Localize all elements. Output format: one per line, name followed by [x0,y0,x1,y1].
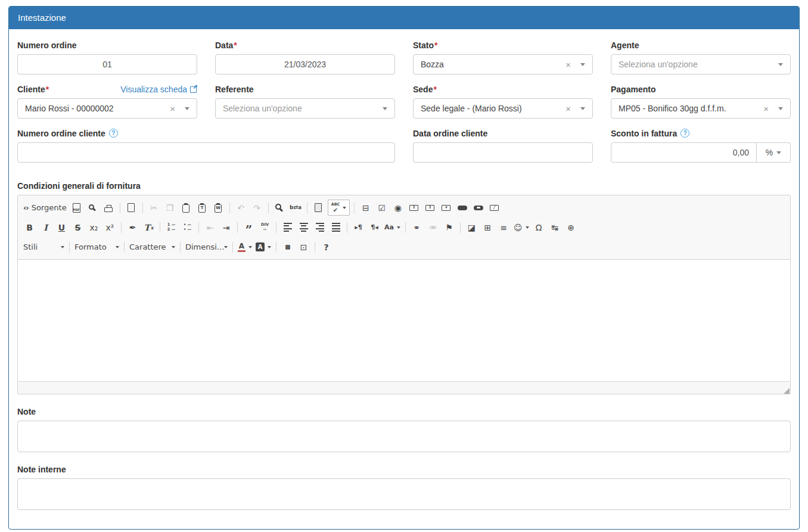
about-icon: ? [324,243,328,251]
note-textarea[interactable] [17,421,791,452]
iframe-button[interactable]: ⊕ [563,219,579,235]
help-icon[interactable]: ? [680,129,689,138]
select-field-button[interactable]: ▾ [438,200,454,216]
form-button[interactable]: ⊟ [358,200,374,216]
resize-handle-icon[interactable] [784,388,790,394]
italic-button[interactable]: I [38,219,54,235]
cut-button[interactable]: ✂ [146,200,162,216]
underline-button[interactable]: U [54,219,70,235]
superscript-button[interactable]: x² [102,219,118,235]
page-break-button[interactable]: ↹ [547,219,563,235]
clear-icon[interactable]: × [565,104,571,113]
field-pagamento: Pagamento MP05 - Bonifico 30gg d.f.f.m. … [611,84,791,119]
clear-icon[interactable]: × [170,104,175,113]
numero-ordine-cliente-input[interactable] [17,142,395,163]
remove-format-button[interactable]: Tx [141,219,157,235]
templates-button[interactable] [123,200,139,216]
textarea-field-button[interactable]: I [422,200,438,216]
image-button-button[interactable] [470,200,486,216]
help-icon[interactable]: ? [109,129,118,138]
bidi-rtl-button[interactable]: ¶◂ [366,219,383,235]
select-all-button[interactable] [310,200,327,216]
visualizza-scheda-link[interactable]: Visualizza scheda [120,85,197,94]
numbered-list-button[interactable]: 1 —2 — [163,219,179,235]
data-input[interactable] [215,54,395,74]
decrease-indent-icon: ⇤ [207,223,214,232]
note-interne-textarea[interactable] [17,478,791,510]
font-button[interactable]: Carattere [128,239,177,255]
align-right-button[interactable] [312,219,328,235]
increase-indent-button[interactable]: ⇥ [218,219,234,235]
undo-button[interactable]: ↶ [233,200,249,216]
field-numero-ordine: Numero ordine [17,40,197,74]
background-color-button[interactable]: A [254,239,273,255]
pagamento-select[interactable]: MP05 - Bonifico 30gg d.f.f.m. × [611,98,791,119]
paste-as-text-button[interactable]: T [194,200,210,216]
maximize-button[interactable]: ↔↔ [279,239,296,255]
stato-select[interactable]: Bozza × [413,54,593,74]
div-container-button[interactable]: DIV‹› [257,219,273,235]
styles-button[interactable]: Stili [21,239,66,255]
radio-button-button[interactable]: ◉ [390,200,406,216]
find-button[interactable] [272,200,288,216]
hidden-field-button[interactable]: ╱ [486,200,502,216]
bulleted-list-button[interactable]: • —• — [179,219,195,235]
decrease-indent-button[interactable]: ⇤ [202,219,218,235]
data-ordine-cliente-input[interactable] [413,142,593,163]
paste-from-word-button[interactable]: W [210,200,226,216]
anchor-button[interactable]: ⚑ [441,219,457,235]
align-left-button[interactable] [279,219,296,235]
smiley-button[interactable]: ☺ [512,219,531,235]
sconto-unit-select[interactable]: % [757,142,791,163]
text-color-button[interactable]: A [236,239,254,255]
checkbox-button[interactable]: ☑ [374,200,390,216]
copy-button[interactable]: ❐ [162,200,178,216]
text-field-button[interactable]: I [406,200,422,216]
print-button[interactable] [101,200,117,216]
show-blocks-button[interactable]: ⊡ [296,239,312,255]
clear-icon[interactable]: × [565,60,571,69]
text-field-icon: I [409,205,418,211]
format-button[interactable]: Formato [73,239,121,255]
source-button[interactable]: ‹›Sorgente [21,200,69,216]
rich-text-editor: ‹›SorgentePDF✂❐TW↶↷b⇄aABC✔⊟☑◉II▾╱BIUSx₂x… [17,195,791,394]
bidi-ltr-button[interactable]: ▸¶ [350,219,366,235]
field-agente: Agente Seleziona un'opzione [611,40,791,74]
clear-icon[interactable]: × [763,104,769,113]
unlink-button[interactable]: ⚮ [425,219,441,235]
referente-select[interactable]: Seleziona un'opzione [215,98,395,119]
horizontal-rule-icon: ≡ [501,223,508,232]
link-button[interactable]: ⚭ [409,219,425,235]
caret-down-icon [248,246,252,250]
bold-button[interactable]: B [21,219,38,235]
subscript-button[interactable]: x₂ [86,219,102,235]
numero-ordine-input[interactable] [17,54,197,74]
export-pdf-button[interactable]: PDF [69,200,85,216]
agente-select[interactable]: Seleziona un'opzione [611,54,791,74]
about-button[interactable]: ? [318,239,334,255]
toolbar-separator [229,203,230,213]
preview-button[interactable] [85,200,101,216]
cliente-select[interactable]: Mario Rossi - 00000002 × [17,98,197,119]
redo-button[interactable]: ↷ [249,200,265,216]
caret-down-icon [61,246,64,250]
blockquote-button[interactable]: ” [241,219,257,235]
copy-formatting-button[interactable]: ✒ [125,219,141,235]
spell-check-button[interactable]: ABC✔ [328,200,350,216]
special-char-button[interactable]: Ω [531,219,547,235]
sconto-input[interactable] [611,142,757,163]
paste-button[interactable] [178,200,194,216]
language-button[interactable]: Aa [383,219,402,235]
horizontal-rule-button[interactable]: ≡ [496,219,512,235]
editor-bottom-bar [18,381,790,394]
sede-select[interactable]: Sede legale - (Mario Rossi) × [413,98,593,119]
table-button[interactable]: ⊞ [480,219,496,235]
strikethrough-button[interactable]: S [70,219,86,235]
font-size-button[interactable]: Dimensi... [184,239,229,255]
editor-content[interactable] [18,260,790,381]
replace-button[interactable]: b⇄a [288,200,304,216]
align-center-button[interactable] [296,219,312,235]
image-button[interactable]: ◪ [464,219,480,235]
button-field-button[interactable] [454,200,470,216]
align-justify-button[interactable] [328,219,344,235]
